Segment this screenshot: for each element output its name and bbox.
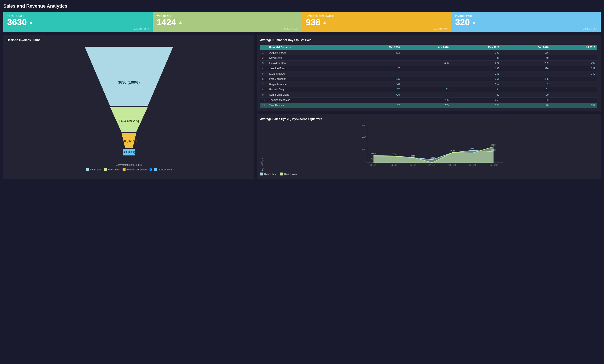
- funnel-container: 3630 (100%) 1424 (39.2%) 938 (25.8%) 320…: [7, 45, 251, 163]
- svg-text:Q1 2018: Q1 2018: [448, 164, 457, 166]
- kpi-value: 320 ▲: [455, 17, 597, 27]
- data-cell: [402, 71, 451, 76]
- svg-text:498.63: 498.63: [470, 148, 476, 150]
- funnel-svg: 3630 (100%) 1424 (39.2%) 938 (25.8%) 320…: [78, 45, 179, 163]
- legend-label: Total Deals: [90, 168, 101, 171]
- svg-text:443.00: 443.00: [491, 149, 497, 151]
- owner-name: David Love: [267, 55, 352, 61]
- data-table: Potential Owner ↓Mar 2018Apr 2018May 201…: [260, 45, 597, 108]
- table-row: 3Harold Pawlan406224202297: [260, 61, 597, 66]
- conversion-rate: Conversion Rate: 8.8%: [7, 163, 251, 166]
- data-cell: [352, 55, 402, 61]
- legend-closed-won: Closed Won: [280, 173, 297, 176]
- data-cell: 157: [451, 82, 502, 87]
- table-header: Jun 2018: [502, 45, 551, 50]
- kpi-value: 938 ▲: [306, 17, 448, 27]
- kpi-arrow: ▲: [322, 19, 327, 25]
- kpi-arrow: ▲: [28, 19, 34, 25]
- owner-name: Augustine Paul: [267, 50, 352, 55]
- kpi-sub: Q2 2018: 250: [455, 27, 597, 30]
- funnel-title: Deals to Invoices Funnel: [7, 38, 251, 42]
- svg-text:0: 0: [365, 161, 366, 164]
- svg-text:1500: 1500: [361, 125, 366, 127]
- table-row: 1Augustine Paul612159125: [260, 50, 597, 55]
- svg-text:Q2 2018: Q2 2018: [468, 164, 477, 166]
- table-header: Apr 2018: [402, 45, 451, 50]
- owner-name: Santa Cruz Clara: [267, 92, 352, 98]
- legend-closed-lost-box: [260, 173, 263, 176]
- kpi-arrow: ▲: [472, 19, 477, 25]
- chart-panel: Average Sales Cycle (Days) across Quarte…: [257, 114, 601, 179]
- table-row: 6Pete Zachariah605351485: [260, 76, 597, 82]
- data-cell: [352, 98, 402, 103]
- data-cell: 485: [502, 76, 551, 82]
- legend-box: [86, 168, 89, 171]
- svg-text:3630 (100%): 3630 (100%): [118, 80, 140, 85]
- kpi-label: TOTAL DEALS: [7, 15, 149, 17]
- y-axis-label: Age in Days: [260, 124, 264, 171]
- data-cell: 605: [352, 76, 402, 82]
- legend-closed-won-label: Closed Won: [284, 173, 297, 175]
- data-cell: 59: [502, 55, 551, 61]
- kpi-row: TOTAL DEALS 3630 ▲ Q2 2018: 2840 WON DEA…: [3, 12, 601, 32]
- svg-text:1424 (39.2%): 1424 (39.2%): [119, 119, 139, 123]
- row-num: 1: [260, 50, 267, 55]
- kpi-label: INVOICES GENERATED: [306, 15, 448, 17]
- svg-text:Q1 2017: Q1 2017: [369, 164, 378, 166]
- svg-text:320 (8.8%): 320 (8.8%): [123, 151, 135, 153]
- legend-checkbox[interactable]: [150, 168, 152, 171]
- owner-name: Harold Pawlan: [267, 61, 352, 66]
- svg-text:123.29: 123.29: [430, 157, 436, 159]
- legend-box: [123, 168, 126, 171]
- funnel-legend-item: Invoices Paid: [150, 168, 172, 171]
- kpi-label: INVOICE PAID: [455, 15, 597, 17]
- funnel-legend: Total Deals Won Deals Invoices Generated…: [7, 168, 251, 171]
- svg-text:648.10: 648.10: [491, 144, 497, 146]
- row-num: 7: [260, 82, 267, 87]
- data-cell: 151: [502, 87, 551, 92]
- row-num: 5: [260, 71, 267, 76]
- table-row: 7Roger Terrence74815781: [260, 82, 597, 87]
- data-cell: [402, 50, 451, 55]
- data-cell: 47: [352, 66, 402, 71]
- svg-text:206.31: 206.31: [411, 159, 416, 161]
- svg-text:261.85: 261.85: [392, 158, 398, 160]
- legend-closed-won-box: [280, 173, 283, 176]
- data-cell: 154: [551, 103, 597, 108]
- table-row: 9Santa Cruz Clara7186990: [260, 92, 597, 98]
- table-header[interactable]: Potential Owner ↓: [267, 45, 352, 50]
- data-cell: [551, 82, 597, 87]
- data-cell: [502, 71, 551, 76]
- data-cell: 739: [551, 71, 597, 76]
- table-title: Average Number of Days to Get Paid: [260, 38, 597, 42]
- data-cell: 81: [502, 82, 551, 87]
- row-num: 3: [260, 61, 267, 66]
- data-cell: 90: [502, 92, 551, 98]
- row-num: 2: [260, 55, 267, 61]
- legend-label: Won Deals: [108, 168, 120, 171]
- svg-text:405.98: 405.98: [450, 150, 455, 152]
- row-num: 8: [260, 87, 267, 92]
- kpi-arrow: ▲: [178, 19, 183, 25]
- row-num: 10: [260, 98, 267, 103]
- data-cell: 27: [352, 87, 402, 92]
- legend-label: Invoices Generated: [126, 168, 147, 171]
- owner-name: Tina Thomas: [267, 103, 352, 108]
- data-cell: 202: [502, 61, 551, 66]
- kpi-sub: Q2 2018: 1107: [156, 27, 298, 30]
- owner-name: Roger Terrence: [267, 82, 352, 87]
- data-cell: 36: [451, 55, 502, 61]
- kpi-value: 1424 ▲: [156, 17, 298, 27]
- data-cell: 124: [451, 103, 502, 108]
- data-cell: [402, 55, 451, 61]
- table-row: 8Rozario Diego279334151: [260, 87, 597, 92]
- table-header: Mar 2018: [352, 45, 402, 50]
- row-num: 6: [260, 76, 267, 82]
- table-header: May 2018: [451, 45, 502, 50]
- data-cell: 755: [402, 103, 451, 108]
- svg-text:1000: 1000: [361, 136, 366, 138]
- funnel-panel: Deals to Invoices Funnel 3630 (100%) 142…: [3, 35, 254, 179]
- data-cell: 396: [502, 66, 551, 71]
- data-cell: 224: [451, 61, 502, 66]
- right-panel: Average Number of Days to Get Paid Poten…: [257, 35, 601, 179]
